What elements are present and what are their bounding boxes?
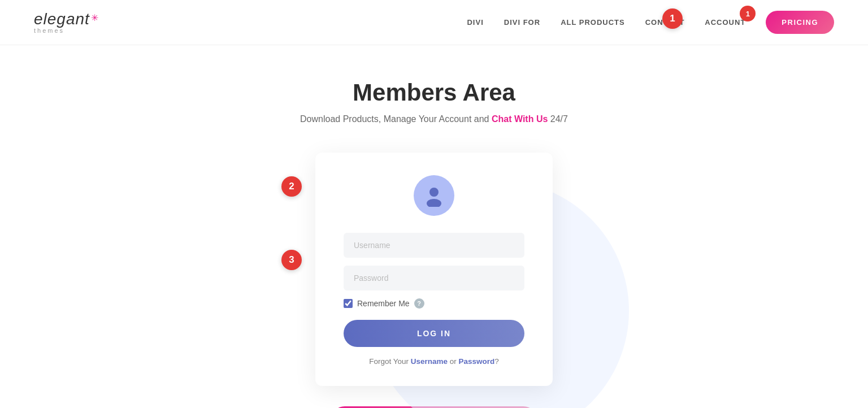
forgot-password-link[interactable]: Password	[459, 357, 495, 366]
hero-subtitle-suffix: 24/7	[548, 114, 568, 124]
password-group	[344, 266, 524, 290]
pricing-button[interactable]: PRICING	[766, 11, 834, 34]
help-icon[interactable]: ?	[414, 298, 424, 309]
card-area: 2 3 Remember Me ? LOG IN	[0, 153, 868, 386]
forgot-or: or	[448, 357, 459, 366]
nav-account[interactable]: ACCOUNT	[705, 18, 745, 27]
logo-subtext: themes	[34, 27, 98, 34]
hero-subtitle-prefix: Download Products, Manage Your Account a…	[300, 114, 492, 124]
avatar	[414, 175, 454, 216]
forgot-suffix: ?	[494, 357, 499, 366]
forgot-row: Forgot Your Username or Password?	[344, 357, 524, 366]
login-button[interactable]: LOG IN	[344, 320, 524, 347]
annotation-badge-1: 1	[662, 8, 683, 29]
svg-point-1	[427, 199, 441, 207]
hero-subtitle: Download Products, Manage Your Account a…	[0, 114, 868, 124]
chat-link[interactable]: Chat With Us	[492, 114, 548, 124]
forgot-prefix: Forgot Your	[369, 357, 411, 366]
username-group	[344, 233, 524, 258]
remember-checkbox[interactable]	[344, 299, 353, 308]
logo[interactable]: elegant✳ themes	[34, 11, 98, 34]
password-input[interactable]	[344, 266, 524, 290]
page-title: Members Area	[0, 79, 868, 106]
username-input[interactable]	[344, 233, 524, 258]
hero-section: Members Area Download Products, Manage Y…	[0, 45, 868, 136]
nav-links: DIVI DIVI FOR ALL PRODUCTS CONTACT ACCOU…	[467, 11, 834, 34]
svg-point-0	[429, 188, 439, 197]
remember-row: Remember Me ?	[344, 298, 524, 309]
navbar: elegant✳ themes DIVI DIVI FOR ALL PRODUC…	[0, 0, 868, 45]
avatar-wrap	[344, 175, 524, 216]
nav-all-products[interactable]: ALL PRODUCTS	[561, 18, 625, 27]
annotation-badge-3: 3	[281, 250, 302, 270]
remember-label: Remember Me	[357, 299, 410, 308]
annotation-badge-2: 2	[281, 176, 302, 197]
nav-divi-for[interactable]: DIVI FOR	[504, 18, 540, 27]
forgot-username-link[interactable]: Username	[411, 357, 448, 366]
nav-divi[interactable]: DIVI	[467, 18, 483, 27]
nav-account-wrap: ACCOUNT 1	[705, 18, 745, 27]
user-avatar-icon	[423, 184, 445, 207]
account-badge: 1	[740, 6, 756, 21]
login-card: Remember Me ? LOG IN Forgot Your Usernam…	[315, 153, 553, 386]
